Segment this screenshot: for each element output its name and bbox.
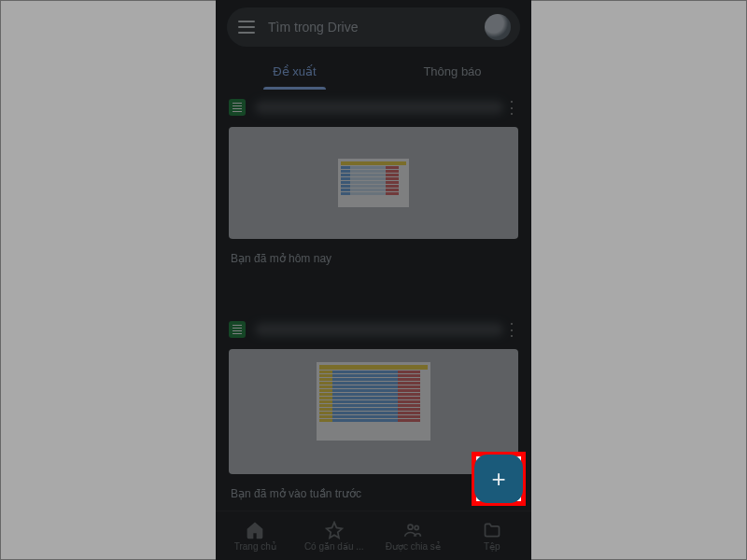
tab-notifications[interactable]: Thông báo (374, 52, 531, 90)
search-placeholder: Tìm trong Drive (268, 20, 485, 35)
file-title-blurred (255, 101, 503, 114)
nav-label: Được chia sẻ (386, 541, 441, 552)
spreadsheet-thumb (338, 159, 409, 207)
account-avatar[interactable] (485, 14, 511, 40)
spreadsheet-thumb (317, 362, 430, 441)
file-card[interactable]: ⋮ Bạn đã mở hôm nay (223, 93, 524, 265)
create-fab[interactable]: + (474, 455, 523, 503)
phone-screen: Tìm trong Drive Đề xuất Thông báo ⋮ (216, 0, 531, 560)
svg-point-1 (415, 525, 418, 529)
search-bar[interactable]: Tìm trong Drive (227, 7, 520, 47)
folder-icon (483, 521, 501, 539)
people-icon (403, 521, 422, 539)
sheets-icon (229, 99, 246, 116)
nav-label: Tệp (484, 541, 500, 552)
sheets-icon (229, 321, 246, 338)
file-preview (229, 127, 518, 239)
home-icon (246, 521, 264, 539)
file-meta: Bạn đã mở hôm nay (223, 245, 524, 265)
tab-suggested[interactable]: Đề xuất (216, 52, 374, 90)
plus-icon: + (491, 467, 505, 491)
nav-starred[interactable]: Có gắn dấu ... (295, 511, 374, 560)
svg-point-0 (408, 525, 413, 529)
nav-label: Trang chủ (234, 541, 276, 552)
star-icon (325, 521, 344, 539)
more-icon[interactable]: ⋮ (503, 97, 518, 118)
file-title-blurred (255, 323, 503, 336)
nav-label: Có gắn dấu ... (304, 541, 364, 552)
bottom-nav: Trang chủ Có gắn dấu ... Được chia sẻ Tệ… (216, 511, 531, 560)
tab-bar: Đề xuất Thông báo (216, 52, 531, 90)
more-icon[interactable]: ⋮ (503, 319, 518, 340)
menu-icon[interactable] (236, 17, 257, 37)
file-header: ⋮ (223, 315, 524, 343)
file-header: ⋮ (223, 93, 524, 121)
nav-home[interactable]: Trang chủ (216, 511, 295, 560)
nav-shared[interactable]: Được chia sẻ (374, 511, 453, 560)
nav-files[interactable]: Tệp (453, 511, 532, 560)
